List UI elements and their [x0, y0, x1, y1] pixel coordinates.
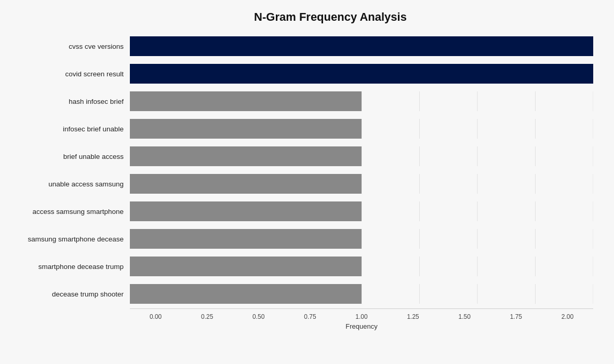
bar-label: brief unable access	[5, 153, 130, 160]
bar-wrapper	[130, 257, 593, 276]
bar-wrapper	[130, 146, 593, 166]
x-tick: 0.25	[181, 313, 233, 320]
x-axis-label: Frequency	[130, 322, 593, 330]
x-tick: 1.75	[490, 313, 542, 320]
bar-wrapper	[130, 201, 593, 221]
bar-fill	[130, 229, 362, 249]
bar-label: infosec brief unable	[5, 125, 130, 133]
bar-label: cvss cve versions	[5, 43, 130, 50]
x-tick: 0.00	[130, 313, 181, 320]
x-tick: 1.00	[336, 313, 387, 320]
x-tick: 0.50	[233, 313, 284, 320]
bar-fill	[130, 119, 362, 139]
bar-fill	[130, 174, 362, 194]
bar-row: smartphone decease trump	[5, 253, 593, 279]
bar-fill	[130, 36, 593, 56]
bar-fill	[130, 257, 362, 276]
bar-fill	[130, 64, 593, 84]
bar-label: decease trump shooter	[5, 290, 130, 298]
bar-label: unable access samsung	[5, 180, 130, 188]
bar-row: covid screen result	[5, 61, 593, 87]
x-tick: 1.50	[439, 313, 490, 320]
x-tick: 0.75	[284, 313, 336, 320]
bar-fill	[130, 201, 362, 221]
bar-wrapper	[130, 284, 593, 304]
bar-label: samsung smartphone decease	[5, 235, 130, 243]
chart-container: N-Gram Frequency Analysis cvss cve versi…	[0, 0, 614, 364]
bar-row: hash infosec brief	[5, 88, 593, 114]
bar-label: smartphone decease trump	[5, 263, 130, 271]
x-tick: 1.25	[388, 313, 439, 320]
bar-fill	[130, 91, 362, 111]
bar-row: brief unable access	[5, 143, 593, 169]
bar-fill	[130, 284, 362, 304]
bar-wrapper	[130, 91, 593, 111]
bar-row: access samsung smartphone	[5, 198, 593, 224]
bar-label: hash infosec brief	[5, 98, 130, 105]
bar-row: decease trump shooter	[5, 281, 593, 307]
bar-wrapper	[130, 119, 593, 139]
x-axis-line	[130, 308, 593, 309]
chart-area: cvss cve versionscovid screen resulthash…	[5, 33, 593, 308]
bar-wrapper	[130, 64, 593, 84]
x-axis: 0.000.250.500.751.001.251.501.752.00 Fre…	[130, 308, 593, 330]
x-axis-ticks: 0.000.250.500.751.001.251.501.752.00	[130, 311, 593, 320]
bar-wrapper	[130, 174, 593, 194]
bar-row: cvss cve versions	[5, 33, 593, 59]
bar-fill	[130, 146, 362, 166]
bar-row: samsung smartphone decease	[5, 226, 593, 252]
bar-row: unable access samsung	[5, 171, 593, 197]
bar-label: covid screen result	[5, 70, 130, 78]
x-tick: 2.00	[542, 313, 593, 320]
bar-label: access samsung smartphone	[5, 208, 130, 215]
bar-wrapper	[130, 36, 593, 56]
bar-row: infosec brief unable	[5, 116, 593, 142]
bar-wrapper	[130, 229, 593, 249]
chart-title: N-Gram Frequency Analysis	[5, 10, 593, 24]
